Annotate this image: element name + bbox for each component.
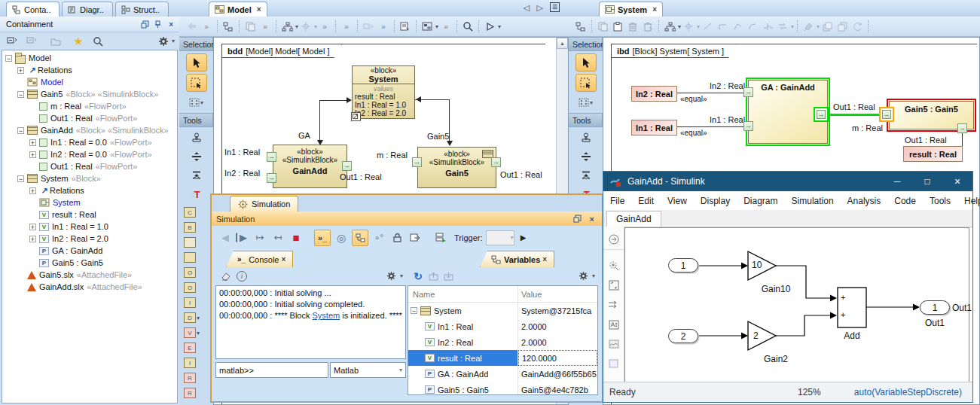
tree-item[interactable]: −Model (2, 52, 177, 64)
tab-system-diagram[interactable]: System × (599, 2, 663, 17)
variables-row[interactable]: −System System@37215fca (408, 303, 597, 318)
variables-row[interactable]: PGain5 : Gain5 Gain5@4e4c782b (408, 382, 597, 395)
palette-item-derived[interactable]: D▾ (179, 310, 213, 325)
hide-browser-icon[interactable] (603, 230, 624, 249)
gear-dropdown-icon[interactable]: ▾ (592, 273, 595, 279)
gain5-m-port-highlighted[interactable]: → (879, 107, 894, 122)
menu-tools[interactable]: Tools (923, 196, 957, 206)
system-block[interactable]: «block» System values result : Real In1 … (352, 65, 415, 119)
search-icon[interactable] (90, 34, 105, 49)
expand-expander-icon[interactable]: + (17, 67, 24, 74)
palette-item-value[interactable]: V▾ (179, 325, 213, 340)
variables-row[interactable]: PGA : GainAdd GainAdd@66f55b65 (408, 366, 597, 382)
palette-section-tools[interactable]: Tools (569, 113, 603, 127)
palette-item-containment[interactable]: C (179, 205, 213, 220)
ga-in1-port[interactable]: → (743, 121, 753, 131)
menu-file[interactable]: File (603, 196, 631, 206)
tree-item[interactable]: −Gain5«Block» «SimulinkBlock» (2, 88, 177, 100)
tab-structure[interactable]: Struct.. (115, 2, 169, 17)
toolbar-overflow-icon[interactable]: » (339, 19, 354, 34)
close-tab-icon[interactable]: × (542, 255, 547, 263)
stamp-tool-button[interactable] (187, 129, 206, 146)
gear-dropdown-icon[interactable]: ▾ (400, 273, 403, 279)
menu-analysis[interactable]: Analysis (841, 196, 888, 206)
restore-window-icon[interactable] (573, 215, 582, 223)
outport-1-block[interactable]: 1 (920, 300, 950, 315)
refresh-diagram-icon[interactable] (850, 19, 865, 34)
column-header-value[interactable]: Value (518, 286, 597, 302)
language-select[interactable]: Matlab ▾ (330, 362, 406, 378)
send-to-back-icon[interactable] (835, 19, 850, 34)
tree-item[interactable]: +↗Relations (2, 64, 177, 76)
subsystem-icon[interactable] (603, 354, 624, 373)
in2-part[interactable]: In2 : Real (631, 86, 677, 102)
pointer-tool-button[interactable] (186, 53, 207, 72)
palette-section-selection[interactable]: Selection (179, 37, 213, 51)
toolbar-overflow-icon[interactable]: » (438, 19, 453, 34)
inport-1-block[interactable]: 1 (668, 258, 698, 273)
tree-item[interactable]: Out1 : Real«FlowPort» (2, 160, 177, 172)
tree-item[interactable]: PGA : GainAdd (2, 245, 177, 257)
animation-back-icon[interactable]: ◀ (218, 230, 233, 245)
palette-item-instance[interactable]: I (179, 355, 213, 370)
tree-item[interactable]: +In1 : Real = 0.0«FlowPort» (2, 136, 177, 148)
scroll-up-icon[interactable]: ▲ (557, 38, 568, 49)
stop-icon[interactable]: ■ (289, 230, 304, 245)
lock-icon[interactable] (389, 230, 405, 245)
search-diagram-icon[interactable] (460, 19, 475, 34)
tree-item[interactable]: Vresult : Real (2, 209, 177, 221)
ga-connector-line[interactable] (319, 100, 349, 101)
tree-item[interactable]: PGain5 : Gain5 (2, 257, 177, 269)
align-vertical-button[interactable] (187, 148, 206, 165)
import-variables-icon[interactable] (441, 269, 456, 284)
collapse-expander-icon[interactable]: − (5, 55, 12, 62)
close-tab-icon[interactable]: × (281, 255, 285, 263)
tree-item[interactable]: Gain5.slx«AttachedFile» (2, 269, 177, 281)
step-over-icon[interactable]: ↦ (270, 230, 285, 245)
status-solver[interactable]: auto(VariableStepDiscrete) (854, 387, 962, 397)
tree-item[interactable]: Out1 : Real«FlowPort» (2, 112, 177, 124)
signal-routing-icon[interactable] (603, 295, 624, 315)
gainadd-block[interactable]: «block» «SimulinkBlock» GainAdd (273, 145, 347, 188)
selected-connector-line[interactable] (829, 114, 881, 116)
add-related-icon[interactable] (298, 19, 313, 34)
line-style-rectilinear-icon[interactable] (715, 19, 730, 34)
palette-section-selection[interactable]: Selection (569, 37, 603, 51)
swap-dropdown-icon[interactable]: ▾ (791, 23, 794, 30)
result-connector-line[interactable] (962, 133, 963, 146)
gear-icon[interactable] (156, 34, 171, 49)
animation-target-icon[interactable]: ◎ (334, 230, 349, 245)
tree-item[interactable]: −System«Block» (2, 172, 177, 184)
export-icon[interactable] (408, 230, 423, 245)
palette-dropdown-icon[interactable]: ▾ (197, 330, 200, 336)
variables-toggle-icon[interactable] (352, 230, 368, 246)
minimize-window-icon[interactable]: ─ (882, 172, 912, 191)
tree-item[interactable]: +↗Relations (2, 184, 177, 196)
menu-view[interactable]: View (661, 196, 694, 206)
grid-layout-icon[interactable] (420, 19, 435, 34)
expand-expander-icon[interactable]: + (29, 224, 36, 230)
pointer-tool-button[interactable] (575, 53, 597, 72)
expand-expander-icon[interactable]: + (29, 236, 36, 242)
refresh-icon[interactable]: ↻ (411, 269, 426, 284)
gear-dropdown-icon[interactable]: ▾ (172, 38, 175, 44)
show-containment-icon[interactable] (573, 19, 588, 34)
delete-from-model-icon[interactable] (640, 19, 655, 34)
ga-connector-line[interactable] (319, 100, 320, 142)
system-block-link[interactable]: System (313, 311, 340, 320)
breakpoints-icon[interactable]: ∘° (371, 230, 386, 245)
tab-diagrams[interactable]: Diagr.. (62, 2, 113, 17)
gainadd-out-port[interactable]: → (342, 161, 352, 171)
palette-dropdown-icon[interactable]: ▾ (197, 315, 200, 321)
variables-row[interactable]: VIn2 : Real 2.0000 (408, 334, 597, 350)
line-style-rounded-icon[interactable] (745, 19, 760, 34)
simulink-title-bar[interactable]: GainAdd - Simulink ─ □ × (603, 172, 972, 191)
info-icon[interactable]: i (237, 271, 247, 282)
bring-to-front-icon[interactable] (820, 19, 835, 34)
variables-row-selected[interactable]: Vresult : Real 120.0000 (408, 350, 597, 366)
clear-console-icon[interactable] (218, 269, 234, 284)
open-in-new-tree-icon[interactable] (48, 34, 63, 49)
gainadd-in1-port[interactable]: → (267, 152, 276, 162)
expand-expander-icon[interactable]: + (29, 151, 36, 158)
run-simulation-icon[interactable] (482, 19, 497, 34)
